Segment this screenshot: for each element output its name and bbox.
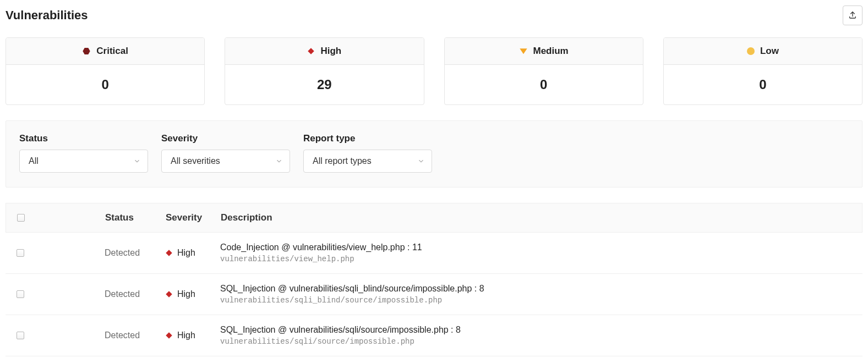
- row-checkbox[interactable]: [17, 249, 24, 257]
- summary-card-critical[interactable]: Critical 0: [6, 37, 205, 105]
- summary-card-count: 0: [445, 65, 643, 104]
- filter-panel: Status All Severity All severities Repor…: [6, 120, 862, 188]
- svg-rect-2: [308, 48, 315, 54]
- svg-rect-6: [166, 332, 172, 339]
- row-checkbox[interactable]: [17, 332, 24, 339]
- summary-card-label: Medium: [533, 46, 569, 57]
- summary-card-header: Medium: [445, 38, 643, 65]
- summary-card-count: 29: [225, 65, 423, 104]
- row-description-title: Code_Injection @ vulnerabilities/view_he…: [220, 243, 851, 252]
- chevron-down-icon: [417, 157, 425, 165]
- severity-select-value: All severities: [171, 156, 220, 166]
- filter-label-severity: Severity: [161, 133, 290, 144]
- table-row[interactable]: Detected High SQL_Injection @ vulnerabil…: [6, 315, 862, 356]
- severity-high-icon: [165, 332, 173, 339]
- row-severity-label: High: [177, 331, 195, 340]
- report-type-select[interactable]: All report types: [303, 150, 432, 173]
- svg-rect-4: [166, 250, 172, 256]
- summary-card-count: 0: [664, 65, 862, 104]
- summary-card-high[interactable]: High 29: [225, 37, 424, 105]
- vulnerabilities-table: Status Severity Description Detected Hig…: [6, 203, 862, 356]
- report-type-select-value: All report types: [313, 156, 372, 166]
- row-checkbox[interactable]: [17, 290, 24, 298]
- status-select-value: All: [29, 156, 39, 166]
- summary-card-label: High: [320, 46, 341, 57]
- severity-select[interactable]: All severities: [161, 150, 290, 173]
- svg-rect-5: [166, 291, 172, 298]
- summary-card-low[interactable]: Low 0: [663, 37, 862, 105]
- filter-label-status: Status: [19, 133, 148, 144]
- row-status: Detected: [105, 289, 165, 299]
- severity-high-icon: [165, 290, 173, 298]
- table-row[interactable]: Detected High SQL_Injection @ vulnerabil…: [6, 274, 862, 315]
- status-select[interactable]: All: [19, 150, 148, 173]
- page-title: Vulnerabilities: [6, 8, 88, 23]
- severity-low-icon: [747, 47, 755, 55]
- col-header-status: Status: [105, 212, 166, 223]
- svg-marker-3: [520, 48, 527, 54]
- col-header-description: Description: [221, 212, 851, 223]
- export-button[interactable]: [843, 5, 862, 25]
- summary-card-header: Low: [664, 38, 862, 65]
- summary-card-count: 0: [6, 65, 204, 104]
- export-icon: [848, 10, 857, 21]
- summary-card-label: Critical: [96, 46, 128, 57]
- summary-card-header: High: [225, 38, 423, 65]
- chevron-down-icon: [133, 157, 141, 165]
- table-header: Status Severity Description: [6, 203, 862, 233]
- row-description-path: vulnerabilities/sqli/source/impossible.p…: [220, 337, 851, 346]
- severity-critical-icon: [82, 47, 91, 56]
- row-description-title: SQL_Injection @ vulnerabilities/sqli_bli…: [220, 284, 851, 294]
- severity-high-icon: [307, 47, 315, 55]
- select-all-checkbox[interactable]: [17, 214, 25, 222]
- row-description-title: SQL_Injection @ vulnerabilities/sqli/sou…: [220, 325, 851, 335]
- summary-card-medium[interactable]: Medium 0: [444, 37, 643, 105]
- summary-card-header: Critical: [6, 38, 204, 65]
- row-severity-label: High: [177, 248, 195, 258]
- row-severity-label: High: [177, 289, 195, 299]
- row-description-path: vulnerabilities/view_help.php: [220, 255, 851, 263]
- summary-card-label: Low: [760, 46, 779, 57]
- svg-marker-1: [83, 48, 90, 54]
- severity-high-icon: [165, 249, 173, 257]
- severity-medium-icon: [519, 47, 528, 55]
- row-status: Detected: [105, 331, 165, 340]
- row-status: Detected: [105, 248, 165, 258]
- row-description-path: vulnerabilities/sqli_blind/source/imposs…: [220, 296, 851, 305]
- table-row[interactable]: Detected High Code_Injection @ vulnerabi…: [6, 233, 862, 274]
- filter-label-report-type: Report type: [303, 133, 432, 144]
- chevron-down-icon: [275, 157, 283, 165]
- col-header-severity: Severity: [166, 212, 221, 223]
